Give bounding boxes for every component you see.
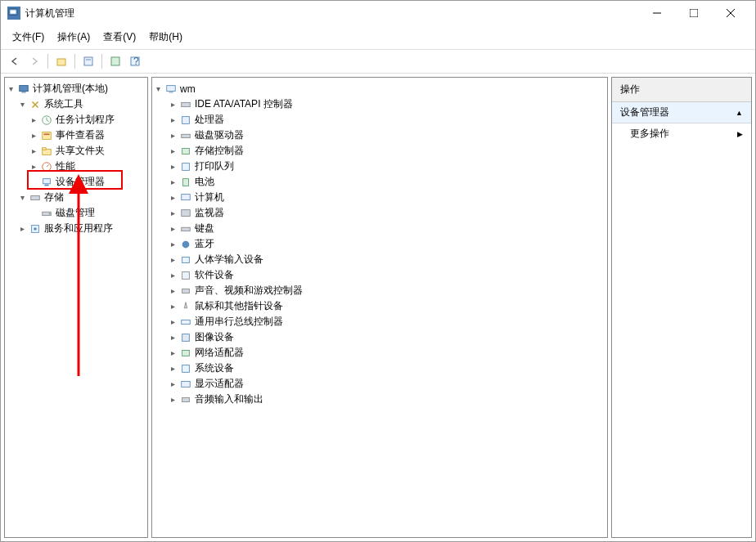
- navigation-tree-panel: ▾ 计算机管理(本地) ▾ 系统工具 ▸ 任务计划程序 ▸ 事件查看器 ▸: [4, 77, 148, 538]
- chevron-right-icon[interactable]: ▸: [167, 239, 178, 250]
- device-root[interactable]: ▾ wm: [152, 81, 607, 96]
- tree-label: 设备管理器: [56, 175, 105, 189]
- svg-rect-3: [690, 9, 698, 17]
- device-category[interactable]: ▸音频输入和输出: [152, 392, 607, 407]
- chevron-right-icon[interactable]: ▸: [167, 161, 178, 172]
- chevron-right-icon[interactable]: ▸: [167, 99, 178, 110]
- tree-performance[interactable]: ▸ 性能: [5, 159, 147, 174]
- chevron-right-icon[interactable]: ▸: [167, 379, 178, 390]
- chevron-right-icon[interactable]: ▸: [167, 301, 178, 312]
- chevron-right-icon[interactable]: ▸: [167, 285, 178, 297]
- device-category[interactable]: ▸计算机: [152, 190, 607, 205]
- svg-rect-13: [21, 92, 25, 92]
- device-category[interactable]: ▸图像设备: [152, 329, 607, 345]
- maximize-button[interactable]: [675, 1, 712, 25]
- action-more-actions[interactable]: 更多操作 ▶: [612, 123, 751, 144]
- device-category[interactable]: ▸网络适配器: [152, 345, 607, 361]
- chevron-right-icon[interactable]: ▸: [167, 146, 178, 157]
- tree-label: 性能: [56, 159, 75, 173]
- device-category[interactable]: ▸监视器: [152, 205, 607, 221]
- category-icon: [179, 207, 192, 220]
- device-category[interactable]: ▸磁盘驱动器: [152, 128, 607, 143]
- event-icon: [40, 129, 53, 142]
- tree-label: 磁盘驱动器: [195, 128, 244, 142]
- device-category[interactable]: ▸蓝牙: [152, 236, 607, 252]
- svg-rect-20: [43, 178, 51, 183]
- chevron-right-icon[interactable]: ▸: [167, 254, 178, 266]
- chevron-right-icon[interactable]: ▸: [28, 114, 39, 126]
- device-category[interactable]: ▸声音、视频和游戏控制器: [152, 283, 607, 298]
- device-category[interactable]: ▸电池: [152, 174, 607, 190]
- device-category[interactable]: ▸存储控制器: [152, 143, 607, 159]
- chevron-down-icon[interactable]: ▾: [152, 83, 164, 95]
- close-button[interactable]: [712, 1, 749, 25]
- svg-rect-29: [182, 102, 191, 106]
- device-category[interactable]: ▸显示适配器: [152, 376, 607, 392]
- up-button[interactable]: [52, 52, 70, 70]
- chevron-right-icon[interactable]: ▸: [167, 192, 178, 204]
- chevron-right-icon[interactable]: ▸: [167, 394, 178, 405]
- device-category[interactable]: ▸处理器: [152, 112, 607, 128]
- tree-label: 软件设备: [195, 268, 234, 282]
- chevron-right-icon[interactable]: ▸: [167, 332, 178, 343]
- chevron-right-icon[interactable]: ▸: [167, 316, 178, 328]
- svg-rect-43: [182, 334, 190, 341]
- tree-shared-folders[interactable]: ▸ 共享文件夹: [5, 143, 147, 159]
- back-button[interactable]: [6, 52, 24, 70]
- category-icon: [179, 114, 192, 127]
- menu-help[interactable]: 帮助(H): [142, 27, 189, 47]
- chevron-down-icon[interactable]: ▾: [5, 83, 16, 95]
- svg-rect-35: [182, 194, 191, 199]
- properties-button[interactable]: [79, 52, 97, 70]
- chevron-right-icon[interactable]: ▸: [167, 363, 178, 374]
- action-label: 更多操作: [630, 127, 669, 141]
- svg-rect-27: [167, 85, 176, 91]
- tree-services-apps[interactable]: ▸ 服务和应用程序: [5, 221, 147, 236]
- chevron-right-icon[interactable]: ▸: [167, 177, 178, 188]
- chevron-down-icon[interactable]: ▾: [16, 99, 28, 110]
- chevron-right-icon: ▶: [737, 130, 743, 138]
- tree-disk-management[interactable]: 磁盘管理: [5, 205, 147, 221]
- device-category[interactable]: ▸鼠标和其他指针设备: [152, 298, 607, 314]
- toolbar-separator: [101, 54, 102, 69]
- chevron-right-icon[interactable]: ▸: [167, 270, 178, 281]
- device-category[interactable]: ▸键盘: [152, 221, 607, 236]
- tree-event-viewer[interactable]: ▸ 事件查看器: [5, 128, 147, 143]
- menu-view[interactable]: 查看(V): [97, 27, 142, 47]
- device-category[interactable]: ▸软件设备: [152, 267, 607, 283]
- chevron-right-icon[interactable]: ▸: [16, 223, 28, 235]
- chevron-down-icon[interactable]: ▾: [16, 192, 28, 204]
- chevron-right-icon[interactable]: ▸: [167, 223, 178, 235]
- refresh-button[interactable]: [106, 52, 124, 70]
- device-category[interactable]: ▸人体学输入设备: [152, 252, 607, 267]
- chevron-right-icon[interactable]: ▸: [28, 130, 39, 141]
- device-category[interactable]: ▸IDE ATA/ATAPI 控制器: [152, 96, 607, 112]
- tree-label: 网络适配器: [195, 346, 244, 360]
- chevron-right-icon[interactable]: ▸: [167, 114, 178, 126]
- device-category[interactable]: ▸通用串行总线控制器: [152, 314, 607, 329]
- tree-computer-management[interactable]: ▾ 计算机管理(本地): [5, 81, 147, 96]
- chevron-right-icon[interactable]: ▸: [167, 130, 178, 141]
- menu-file[interactable]: 文件(F): [6, 27, 51, 47]
- tree-label: 打印队列: [195, 159, 234, 173]
- tree-label: 计算机: [195, 190, 224, 204]
- category-icon: [179, 316, 192, 329]
- chevron-right-icon[interactable]: ▸: [167, 208, 178, 219]
- device-category[interactable]: ▸系统设备: [152, 361, 607, 376]
- tree-system-tools[interactable]: ▾ 系统工具: [5, 96, 147, 112]
- minimize-button[interactable]: [638, 1, 675, 25]
- chevron-right-icon[interactable]: ▸: [28, 146, 39, 157]
- menu-action[interactable]: 操作(A): [51, 27, 97, 47]
- help-button[interactable]: ?: [126, 52, 144, 70]
- tree-task-scheduler[interactable]: ▸ 任务计划程序: [5, 112, 147, 128]
- tree-device-manager[interactable]: 设备管理器: [5, 174, 147, 190]
- clock-icon: [40, 114, 53, 127]
- svg-rect-39: [182, 257, 190, 262]
- device-category[interactable]: ▸打印队列: [152, 159, 607, 174]
- action-device-manager[interactable]: 设备管理器 ▲: [612, 102, 751, 123]
- svg-rect-44: [182, 350, 190, 356]
- tree-storage[interactable]: ▾ 存储: [5, 190, 147, 205]
- forward-button[interactable]: [25, 52, 43, 70]
- chevron-right-icon[interactable]: ▸: [28, 161, 39, 172]
- chevron-right-icon[interactable]: ▸: [167, 347, 178, 359]
